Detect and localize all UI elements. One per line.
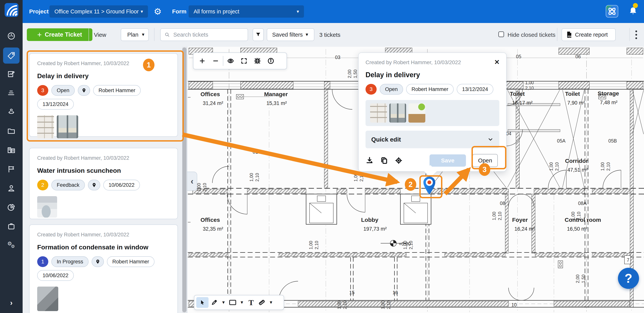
photo-thumbnail-water[interactable]	[37, 196, 57, 218]
download-icon[interactable]	[366, 156, 374, 165]
photo-thumbnail-condensate[interactable]	[37, 287, 58, 311]
location-pin-badge[interactable]	[92, 256, 104, 267]
create-ticket-button[interactable]: + Create Ticket	[27, 28, 92, 41]
sidebar-item-locator[interactable]	[0, 103, 22, 120]
svg-text:Offices: Offices	[200, 91, 220, 97]
gear-icon[interactable]: ⚙	[154, 5, 162, 18]
sidebar-item-stats[interactable]	[0, 84, 22, 101]
project-dropdown[interactable]: Office Complex 11 > Ground Floor ▾	[50, 5, 148, 18]
save-button[interactable]: Save	[430, 154, 466, 167]
eye-icon[interactable]	[224, 55, 237, 66]
form-dropdown[interactable]: All forms in project ▾	[188, 5, 304, 18]
planradar-logo[interactable]	[4, 3, 18, 17]
ticket-map-marker[interactable]	[423, 176, 436, 196]
kebab-menu[interactable]	[633, 29, 639, 41]
saved-filters-dropdown[interactable]: Saved filters ▼	[267, 28, 314, 41]
svg-text:1,00: 1,00	[492, 212, 496, 220]
sidebar-item-folders[interactable]	[0, 123, 22, 139]
chevron-down-icon	[488, 136, 494, 143]
sidebar-item-tickets[interactable]	[3, 47, 20, 64]
status-badge[interactable]: Open	[380, 84, 403, 95]
info-icon[interactable]	[265, 55, 277, 66]
fullscreen-icon[interactable]	[238, 55, 250, 66]
sidebar-item-forms[interactable]	[0, 66, 22, 82]
close-icon[interactable]: ✕	[494, 58, 500, 66]
cursor-tool[interactable]	[196, 297, 208, 308]
filter-button[interactable]	[252, 28, 264, 41]
pen-tool[interactable]	[209, 297, 219, 308]
card-title: Formation of condensate in window	[37, 244, 170, 251]
plus-icon: +	[37, 30, 42, 39]
ticket-card[interactable]: Created by Robert Hammer, 10/03/2022 Del…	[29, 53, 178, 137]
rectangle-tool[interactable]	[228, 297, 238, 308]
assignee-badge: Robert Hammer	[107, 256, 154, 267]
text-tool[interactable]: T	[246, 297, 256, 308]
view-mode-dropdown[interactable]: Plan ▼	[121, 28, 149, 41]
ticket-count: 3 tickets	[319, 32, 340, 38]
collapse-icon[interactable]	[251, 55, 264, 66]
collapse-panel-tab[interactable]: ‹	[187, 172, 197, 191]
priority-badge: 1	[37, 256, 48, 267]
sidebar-item-dashboard[interactable]	[0, 28, 22, 44]
open-button[interactable]: Open	[472, 154, 498, 167]
create-report-button[interactable]: PDF Create report	[562, 28, 616, 41]
chevron-down-icon: ▼	[305, 32, 309, 37]
location-pin-badge[interactable]	[78, 85, 90, 96]
sidebar-item-projects[interactable]	[0, 142, 22, 158]
hide-closed-checkbox[interactable]	[498, 31, 504, 37]
form-label: Form	[172, 5, 186, 18]
due-date-badge: 10/06/2022	[103, 180, 140, 190]
due-date-badge[interactable]: 13/12/2024	[457, 84, 493, 95]
photo-thumbnail-brick-wall[interactable]	[37, 115, 54, 138]
photo-thumbnail-brick-wall[interactable]	[370, 103, 387, 123]
list-scrollbar[interactable]	[182, 47, 186, 312]
svg-text:16: 16	[392, 290, 398, 295]
locate-icon[interactable]	[395, 156, 403, 165]
chevron-down-icon: ▾	[297, 9, 299, 14]
search-input[interactable]	[173, 31, 244, 38]
svg-text:Manager: Manager	[264, 91, 288, 97]
location-pin-badge[interactable]	[88, 180, 100, 190]
assignee-badge[interactable]: Robert Hammer	[406, 84, 454, 95]
sidebar-item-tasks[interactable]	[0, 218, 22, 235]
svg-text:Lobby: Lobby	[361, 217, 378, 223]
sidebar: ⚙⚙ ›	[0, 0, 22, 313]
svg-text:05: 05	[516, 54, 521, 59]
svg-text:16,17 m²: 16,17 m²	[512, 100, 533, 106]
zoom-in-button[interactable]	[196, 55, 208, 66]
rectangle-tool-dropdown[interactable]: ▼	[238, 297, 245, 308]
copy-icon[interactable]	[380, 156, 388, 165]
svg-text:2,10: 2,10	[554, 162, 560, 171]
status-badge: Feedback	[51, 180, 85, 190]
svg-text:1,00: 1,00	[549, 162, 554, 171]
ruler-tool[interactable]	[257, 297, 267, 308]
sidebar-item-reports-pie[interactable]	[0, 199, 22, 216]
svg-text:7,90 m²: 7,90 m²	[567, 100, 585, 106]
svg-text:32,35 m²: 32,35 m²	[203, 226, 223, 232]
ruler-tool-dropdown[interactable]: ▼	[268, 297, 274, 308]
svg-text:2,00: 2,00	[347, 69, 352, 78]
pen-tool-dropdown[interactable]: ▼	[220, 297, 227, 308]
quick-edit-accordion[interactable]: Quick edit	[366, 131, 499, 148]
help-button[interactable]: ?	[618, 268, 639, 289]
sidebar-item-users[interactable]	[0, 180, 22, 196]
ticket-card[interactable]: Created by Robert Hammer, 10/03/2022 Wat…	[29, 148, 178, 219]
svg-text:1,50: 1,50	[353, 69, 358, 78]
svg-text:2,10: 2,10	[606, 162, 611, 171]
photo-thumbnail-office-window[interactable]	[389, 103, 406, 123]
svg-text:06: 06	[576, 54, 581, 59]
app-root: Project Office Complex 11 > Ground Floor…	[0, 0, 644, 313]
zoom-out-button[interactable]	[210, 55, 222, 66]
sidebar-item-flags[interactable]	[0, 161, 22, 177]
photo-thumbnail-office-window[interactable]	[57, 115, 78, 138]
assignee-badge: Robert Hammer	[93, 85, 141, 96]
sidebar-item-settings-gears[interactable]: ⚙⚙	[0, 237, 22, 253]
svg-text:2,10: 2,10	[359, 173, 364, 182]
app-switcher-icon[interactable]	[606, 5, 618, 18]
search-box[interactable]	[160, 28, 248, 41]
svg-text:⚙: ⚙	[11, 244, 15, 249]
ticket-card[interactable]: Created by Robert Hammer, 10/03/2022 For…	[29, 225, 178, 313]
photo-thumbnail-meeting-room[interactable]	[408, 103, 425, 123]
expand-chevron-icon[interactable]: ›	[0, 299, 22, 307]
svg-text:1,00: 1,00	[600, 162, 605, 171]
